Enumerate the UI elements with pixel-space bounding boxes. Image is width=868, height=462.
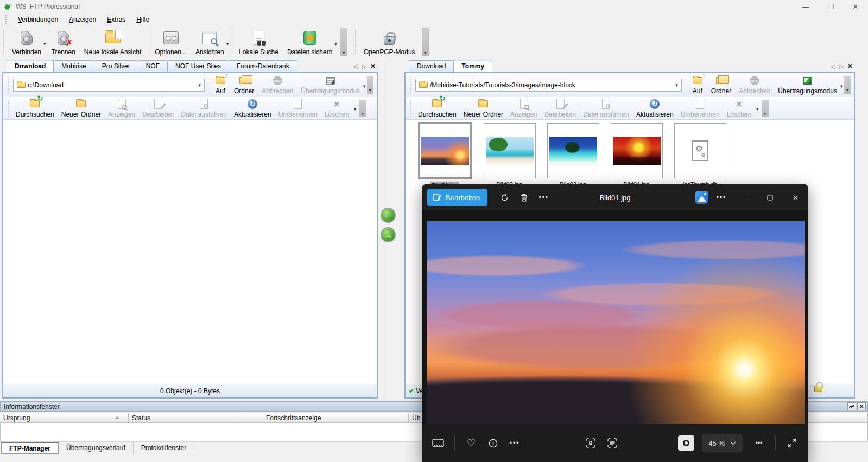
fullscreen-icon[interactable] bbox=[782, 434, 802, 452]
tab-mobirise[interactable]: Mobirise bbox=[53, 60, 94, 72]
thumbnail-bild04[interactable] bbox=[611, 123, 663, 178]
menu-extras[interactable]: Extras bbox=[102, 14, 131, 25]
info-icon[interactable] bbox=[483, 434, 503, 452]
tab-download-remote[interactable]: Download bbox=[409, 60, 454, 72]
tab-nof-user-sites[interactable]: NOF User Sites bbox=[167, 60, 229, 72]
tab-nof[interactable]: NOF bbox=[138, 60, 168, 72]
file-item-ipsthumb[interactable]: IpsThumb.db bbox=[668, 123, 732, 188]
trennen-button[interactable]: ✗ Trennen bbox=[47, 25, 80, 59]
action-dropdown-icon[interactable]: ▾ bbox=[756, 106, 759, 112]
local-refresh-button[interactable]: ↻ Aktualisieren bbox=[231, 98, 275, 119]
pin-icon[interactable]: ☍ bbox=[847, 402, 856, 410]
transfer-mode-dropdown-icon[interactable]: ▾ bbox=[840, 84, 843, 89]
photos-minimize-button[interactable]: — bbox=[732, 184, 757, 210]
column-status[interactable]: Status bbox=[129, 413, 243, 422]
remote-address-combobox[interactable]: /Mobirise-Tutorials/Tutorials-3/images/i… bbox=[415, 79, 682, 92]
photos-maximize-button[interactable] bbox=[757, 184, 783, 210]
address-dropdown-icon[interactable]: ▾ bbox=[673, 82, 680, 88]
toolbar-drag-handle[interactable] bbox=[3, 30, 5, 54]
thumbnail-ipsthumb[interactable] bbox=[674, 123, 726, 178]
photos-titlebar[interactable]: Bearbeiten ••• Bild01.jpg ••• — ✕ bbox=[422, 184, 808, 210]
menu-verbindungen[interactable]: Verbindungen bbox=[12, 14, 64, 25]
tab-tommy[interactable]: Tommy bbox=[453, 60, 492, 72]
toolbar-overflow-button[interactable]: ▾ bbox=[340, 28, 347, 56]
minimize-button[interactable]: — bbox=[793, 0, 818, 13]
file-item-bild02[interactable]: Bild02.jpg bbox=[478, 123, 541, 188]
dateien-sichern-button[interactable]: Dateien sichern bbox=[283, 25, 337, 59]
action-dropdown-icon[interactable]: ▾ bbox=[354, 106, 357, 112]
file-item-bild03[interactable]: Bild03.jpg bbox=[541, 123, 605, 188]
delete-icon[interactable] bbox=[515, 189, 534, 206]
tab-scroll-left-icon[interactable]: ◁ bbox=[353, 63, 358, 70]
verbinden-dropdown-icon[interactable]: ▾ bbox=[43, 41, 46, 47]
tab-forum-datenbank[interactable]: Forum-Datenbank bbox=[229, 60, 297, 72]
openpgp-modus-button[interactable]: OpenPGP-Modus bbox=[359, 25, 420, 59]
zoom-control[interactable]: 45 % bbox=[702, 434, 743, 452]
local-up-button[interactable]: ↑ Auf bbox=[211, 74, 230, 96]
tab-close-icon[interactable]: ✕ bbox=[370, 62, 376, 70]
close-info-icon[interactable]: ✕ bbox=[857, 402, 866, 410]
restore-button[interactable]: ❒ bbox=[818, 0, 843, 13]
toolbar-overflow-button[interactable]: ▾ bbox=[367, 76, 373, 94]
tab-close-icon[interactable]: ✕ bbox=[847, 62, 853, 70]
neue-lokale-ansicht-button[interactable]: Neue lokale Ansicht bbox=[80, 25, 145, 59]
toolbar-overflow-button[interactable]: ▾ bbox=[359, 100, 366, 117]
toolbar-drag-handle[interactable] bbox=[8, 77, 10, 93]
local-new-folder-button[interactable]: Neuer Ordner bbox=[58, 98, 104, 119]
remote-refresh-button[interactable]: ↻ Aktualisieren bbox=[633, 98, 677, 119]
tab-protokollfenster[interactable]: Protokollfenster bbox=[134, 442, 194, 454]
filmstrip-icon[interactable] bbox=[428, 434, 448, 452]
transfer-right-button[interactable]: → bbox=[381, 227, 396, 242]
tab-scroll-right-icon[interactable]: ▷ bbox=[362, 63, 366, 70]
thumbnail-bild01[interactable] bbox=[418, 122, 472, 179]
tab-pro-silver[interactable]: Pro Silver bbox=[94, 60, 138, 72]
rotate-icon[interactable] bbox=[495, 189, 515, 206]
transfer-mode-dropdown-icon[interactable]: ▾ bbox=[363, 84, 366, 89]
toolbar-overflow-button[interactable]: ▾ bbox=[762, 100, 769, 117]
fit-to-window-button[interactable] bbox=[678, 435, 694, 451]
thumbnail-bild02[interactable] bbox=[484, 123, 536, 178]
photos-app-logo-icon[interactable] bbox=[695, 191, 708, 204]
toolbar-drag-handle[interactable] bbox=[355, 30, 357, 54]
lokale-suche-button[interactable]: Lokale Suche bbox=[235, 25, 283, 59]
tab-ftp-manager[interactable]: FTP-Manager bbox=[1, 442, 59, 454]
tab-scroll-left-icon[interactable]: ◁ bbox=[831, 63, 835, 70]
edit-button[interactable]: Bearbeiten bbox=[427, 189, 487, 206]
column-ursprung[interactable]: Ursprung bbox=[0, 413, 129, 422]
more-options-icon[interactable]: ••• bbox=[712, 189, 731, 206]
optionen-button[interactable]: Optionen... bbox=[150, 25, 191, 59]
remote-folder-button[interactable]: Ordner bbox=[708, 74, 734, 96]
photo-viewport[interactable] bbox=[422, 210, 808, 424]
transfer-left-button[interactable]: ← bbox=[381, 208, 396, 223]
remote-up-button[interactable]: ↑ Auf bbox=[688, 74, 707, 96]
text-extract-icon[interactable] bbox=[603, 434, 622, 452]
toolbar-drag-handle[interactable] bbox=[410, 77, 412, 93]
tab-download-local[interactable]: Download bbox=[7, 60, 54, 72]
tab-uebertragungsverlauf[interactable]: Übertragungsverlauf bbox=[59, 442, 134, 454]
dateien-sichern-dropdown-icon[interactable]: ▾ bbox=[334, 41, 337, 47]
more-options-icon[interactable]: ••• bbox=[505, 434, 524, 452]
remote-transfer-mode-button[interactable]: Übertragungsmodus bbox=[775, 74, 840, 96]
favorite-heart-icon[interactable]: ♡ bbox=[461, 434, 481, 452]
remote-new-folder-button[interactable]: Neuer Ordner bbox=[460, 98, 506, 119]
local-folder-button[interactable]: Ordner bbox=[231, 74, 257, 96]
toolbar-drag-handle[interactable] bbox=[410, 100, 412, 117]
visual-search-icon[interactable] bbox=[581, 434, 600, 452]
verbinden-button[interactable]: Verbinden bbox=[8, 25, 46, 59]
more-options-icon[interactable]: ••• bbox=[534, 189, 554, 206]
local-file-list[interactable] bbox=[3, 120, 377, 384]
local-browse-button[interactable]: ↻ Durchsuchen bbox=[12, 98, 58, 119]
local-address-combobox[interactable]: c:\Download ▾ bbox=[13, 79, 205, 92]
menu-hilfe[interactable]: Hilfe bbox=[131, 14, 155, 25]
more-options-icon[interactable]: ••• bbox=[749, 434, 769, 452]
address-dropdown-icon[interactable]: ▾ bbox=[196, 82, 203, 88]
menu-anzeigen[interactable]: Anzeigen bbox=[64, 14, 102, 25]
file-item-bild01[interactable]: Bild01.jpg bbox=[413, 122, 477, 189]
toolbar-drag-handle[interactable] bbox=[8, 100, 10, 117]
remote-browse-button[interactable]: ↻ Durchsuchen bbox=[415, 98, 460, 119]
close-button[interactable]: ✕ bbox=[843, 0, 868, 13]
toolbar-overflow-button[interactable]: ▾ bbox=[422, 28, 429, 56]
ansichten-dropdown-icon[interactable]: ▾ bbox=[226, 41, 229, 47]
toolbar-overflow-button[interactable]: ▾ bbox=[844, 76, 851, 94]
photos-close-button[interactable]: ✕ bbox=[783, 184, 808, 210]
